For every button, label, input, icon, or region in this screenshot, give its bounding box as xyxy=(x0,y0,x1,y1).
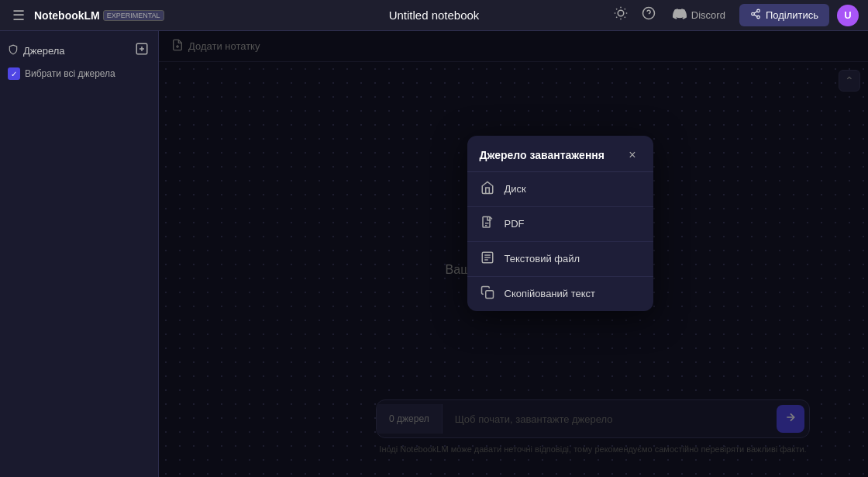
svg-line-14 xyxy=(754,15,757,16)
select-all-checkbox[interactable]: ✓ xyxy=(8,67,20,80)
disk-icon xyxy=(480,181,495,198)
brand-name: NotebookLM xyxy=(34,9,100,22)
disk-label: Диск xyxy=(505,183,526,195)
svg-line-3 xyxy=(616,9,617,9)
modal-item-text-file[interactable]: Текстовий файл xyxy=(467,242,653,277)
sidebar-sources-section: Джерела xyxy=(8,40,150,61)
share-label: Поділитись xyxy=(766,9,818,21)
share-button[interactable]: Поділитись xyxy=(739,4,829,26)
brightness-icon xyxy=(614,6,628,24)
topbar-left: ☰ NotebookLM EXPERIMENTAL xyxy=(9,4,611,27)
svg-line-8 xyxy=(625,9,625,9)
text-file-icon xyxy=(480,251,495,268)
modal-overlay: Джерело завантаження × Диск xyxy=(159,31,868,477)
modal-close-button[interactable]: × xyxy=(624,147,640,164)
pdf-label: PDF xyxy=(505,218,525,230)
pdf-icon xyxy=(480,216,495,233)
main-content: Додати нотатку Ваші збережені нотатки ⌃ … xyxy=(159,31,868,477)
brand: NotebookLM EXPERIMENTAL xyxy=(34,9,164,22)
page-title: Untitled notebook xyxy=(389,9,480,22)
menu-button[interactable]: ☰ xyxy=(9,4,28,27)
svg-point-12 xyxy=(752,12,755,16)
brand-badge: EXPERIMENTAL xyxy=(103,10,164,21)
discord-icon xyxy=(673,7,687,23)
copied-text-icon xyxy=(480,285,495,302)
svg-rect-29 xyxy=(485,290,493,298)
modal-header: Джерело завантаження × xyxy=(467,136,653,172)
avatar[interactable]: U xyxy=(837,5,859,26)
svg-point-13 xyxy=(757,16,760,19)
topbar: ☰ NotebookLM EXPERIMENTAL Untitled noteb… xyxy=(0,0,868,31)
sidebar-sources-label: Джерела xyxy=(8,44,65,57)
topbar-right: Discord Поділитись U xyxy=(611,3,859,27)
modal-item-disk[interactable]: Диск xyxy=(467,172,653,207)
brightness-button[interactable] xyxy=(611,3,631,27)
shield-icon xyxy=(8,44,19,57)
modal-item-pdf[interactable]: PDF xyxy=(467,207,653,242)
add-source-button[interactable] xyxy=(133,40,150,61)
modal-item-copied-text[interactable]: Скопійований текст xyxy=(467,277,653,311)
help-button[interactable] xyxy=(639,3,659,27)
discord-label: Discord xyxy=(691,9,725,21)
svg-line-15 xyxy=(754,12,757,13)
text-file-label: Текстовий файл xyxy=(505,253,580,264)
sidebar: Джерела ✓ Вибрати всі джерела xyxy=(0,31,159,477)
hamburger-icon: ☰ xyxy=(12,7,25,24)
source-upload-modal: Джерело завантаження × Диск xyxy=(467,136,653,311)
svg-point-0 xyxy=(618,10,624,16)
select-all-label: Вибрати всі джерела xyxy=(25,68,115,79)
layout: Джерела ✓ Вибрати всі джерела xyxy=(0,31,868,477)
select-all-row[interactable]: ✓ Вибрати всі джерела xyxy=(8,67,150,80)
svg-line-7 xyxy=(616,17,617,18)
svg-line-4 xyxy=(625,17,625,18)
copied-text-label: Скопійований текст xyxy=(505,288,596,299)
share-icon xyxy=(750,9,761,22)
svg-point-11 xyxy=(757,9,760,12)
modal-title: Джерело завантаження xyxy=(480,149,604,161)
help-icon xyxy=(642,6,656,24)
discord-button[interactable]: Discord xyxy=(666,4,732,26)
